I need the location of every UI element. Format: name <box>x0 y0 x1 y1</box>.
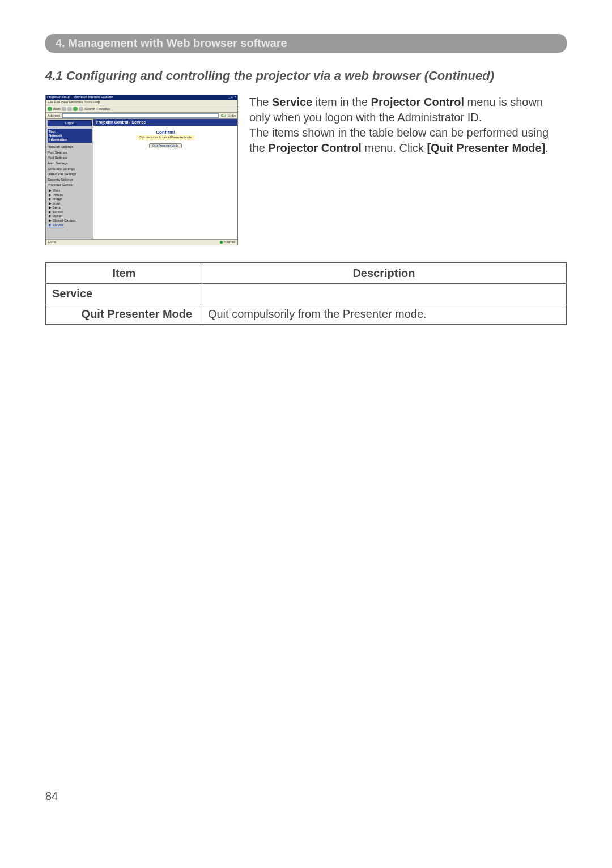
description-table: Item Description Service Quit Presenter … <box>45 262 567 325</box>
nav-setup: ▶ Setup <box>49 206 92 210</box>
row-service-desc <box>202 284 566 304</box>
nav-port-settings: Port Settings <box>48 151 92 155</box>
nav-option: ▶ Option <box>49 214 92 218</box>
chapter-band: 4. Management with Web browser software <box>45 34 567 53</box>
confirm-heading: Confirm! <box>98 130 233 135</box>
address-field <box>62 113 219 118</box>
window-controls: _ □ × <box>228 95 236 100</box>
top-network-info: Top: Network Information <box>48 129 92 143</box>
links-label: Links <box>228 114 236 118</box>
quit-presenter-mode-button: Quit Presenter Mode <box>149 143 182 149</box>
page-number: 84 <box>45 790 567 803</box>
favorites-label: Favorites <box>96 107 110 111</box>
forward-icon <box>62 107 66 111</box>
sidebar-nav: Network Settings Port Settings Mail Sett… <box>48 145 92 228</box>
nav-picture: ▶ Picture <box>49 193 92 197</box>
status-internet: Internet <box>220 240 235 244</box>
browser-statusbar: Done Internet <box>46 239 237 245</box>
back-icon <box>48 107 52 111</box>
row-service: Service <box>46 284 202 304</box>
nav-closed-caption: ▶ Closed Caption <box>49 219 92 223</box>
nav-schedule-settings: Schedule Settings <box>48 167 92 171</box>
screenshot-titlebar: Projector Setup - Microsoft Internet Exp… <box>46 95 237 100</box>
nav-screen: ▶ Screen <box>49 210 92 214</box>
body-text: The Service item in the Projector Contro… <box>249 95 567 156</box>
address-label: Address <box>48 114 60 118</box>
stop-icon <box>67 107 72 111</box>
search-label: Search <box>84 107 95 111</box>
screenshot-sidebar: Logoff Top: Network Information Network … <box>46 119 94 239</box>
nav-alert-settings: Alert Settings <box>48 161 92 165</box>
screenshot-content: Projector Control / Service Confirm! Cli… <box>94 119 237 239</box>
row-quit-presenter-desc: Quit compulsorily from the Presenter mod… <box>202 304 566 325</box>
nav-datetime-settings: Date/Time Settings <box>48 172 92 176</box>
nav-input: ▶ Input <box>49 202 92 206</box>
menubar: File Edit View Favorites Tools Help <box>46 100 237 105</box>
nav-security-settings: Security Settings <box>48 178 92 182</box>
refresh-icon <box>73 107 78 111</box>
logoff-button: Logoff <box>48 120 92 126</box>
nav-image: ▶ Image <box>49 197 92 201</box>
back-label: Back <box>53 107 61 111</box>
status-done: Done <box>48 240 56 244</box>
nav-projector-control: Projector Control <box>48 183 92 187</box>
content-title: Projector Control / Service <box>94 119 237 126</box>
section-heading: 4.1 Configuring and controlling the proj… <box>45 69 567 83</box>
col-description: Description <box>202 263 566 284</box>
col-item: Item <box>46 263 202 284</box>
row-quit-presenter: Quit Presenter Mode <box>76 304 202 325</box>
nav-mail-settings: Mail Settings <box>48 156 92 160</box>
browser-toolbar: Back Search Favorites <box>46 105 237 113</box>
embedded-screenshot: Projector Setup - Microsoft Internet Exp… <box>45 95 238 245</box>
nav-main: ▶ Main <box>49 189 92 193</box>
nav-service: ▶ Service <box>49 223 92 227</box>
go-button: Go <box>221 114 226 118</box>
address-bar-row: Address Go Links <box>46 113 237 119</box>
nav-sub: ▶ Main ▶ Picture ▶ Image ▶ Input ▶ Setup… <box>48 189 92 227</box>
confirm-hint: Click the button to cancel Presenter Mod… <box>137 135 194 140</box>
window-title: Projector Setup - Microsoft Internet Exp… <box>47 95 113 100</box>
nav-network-settings: Network Settings <box>48 145 92 149</box>
home-icon <box>79 107 83 111</box>
